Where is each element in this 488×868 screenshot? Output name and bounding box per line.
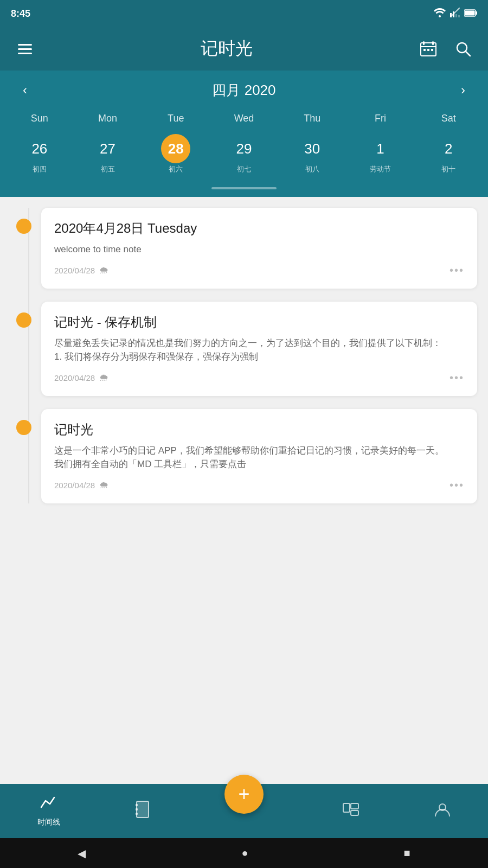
date-number-26: 26 — [25, 134, 54, 163]
svg-rect-4 — [458, 15, 460, 17]
scroll-indicator — [0, 187, 488, 197]
entry-date: 2020/04/28 — [54, 373, 95, 382]
battery-icon — [464, 8, 477, 20]
dow-mon: Mon — [74, 110, 142, 127]
nav-icons — [416, 37, 475, 61]
calendar-month-year: 四月 2020 — [212, 81, 275, 100]
svg-rect-20 — [136, 808, 138, 810]
svg-rect-3 — [455, 14, 457, 17]
entry-title: 记时光 - 保存机制 — [54, 314, 464, 331]
svg-rect-18 — [137, 801, 149, 818]
plus-icon: + — [238, 784, 249, 804]
dow-sun: Sun — [5, 110, 74, 127]
more-options-button[interactable]: ••• — [450, 264, 464, 277]
hamburger-icon — [18, 44, 32, 54]
svg-rect-8 — [465, 10, 475, 15]
entry-date: 2020/04/28 — [54, 266, 95, 275]
date-cell-26[interactable]: 26初四 — [5, 130, 74, 178]
recent-button[interactable]: ■ — [403, 847, 410, 859]
dow-wed: Wed — [210, 110, 278, 127]
date-number-29: 29 — [229, 134, 259, 163]
date-sublabel-26: 初四 — [33, 164, 47, 174]
date-number-27: 27 — [93, 134, 123, 163]
date-cell-1[interactable]: 1劳动节 — [346, 130, 415, 178]
date-sublabel-29: 初七 — [237, 164, 251, 174]
svg-rect-22 — [343, 803, 350, 812]
dates-row: 26初四27初五28初六29初七30初八1劳动节2初十 — [0, 127, 488, 187]
timeline-dot — [16, 312, 31, 328]
days-of-week-row: Sun Mon Tue Wed Thu Fri Sat — [0, 110, 488, 127]
weather-icon: 🌧 — [99, 480, 109, 491]
date-number-28: 28 — [161, 134, 190, 163]
more-options-button[interactable]: ••• — [450, 372, 464, 384]
entry-preview: welcome to time note — [54, 242, 464, 257]
entry-row: 记时光 - 保存机制尽量避免丢失记录的情况也是我们努力的方向之一，为了达到这个目… — [11, 302, 477, 396]
menu-button[interactable] — [13, 37, 37, 61]
date-cell-27[interactable]: 27初五 — [74, 130, 142, 178]
svg-rect-7 — [476, 11, 477, 15]
system-nav-bar: ◀ ● ■ — [0, 838, 488, 868]
next-month-button[interactable]: › — [454, 80, 472, 100]
nav-label-timeline: 时间线 — [37, 818, 60, 827]
date-cell-30[interactable]: 30初八 — [278, 130, 346, 178]
calendar-button[interactable] — [416, 37, 440, 61]
wifi-icon — [434, 8, 446, 20]
entry-meta: 2020/04/28🌧 — [54, 372, 109, 384]
date-sublabel-1: 劳动节 — [370, 164, 391, 174]
timeline-dot — [16, 420, 31, 435]
nav-item-notebook[interactable] — [136, 801, 150, 822]
svg-rect-10 — [423, 41, 425, 45]
entry-footer: 2020/04/28🌧••• — [54, 264, 464, 277]
timeline-dot — [16, 219, 31, 234]
entry-meta: 2020/04/28🌧 — [54, 265, 109, 276]
nav-item-themes[interactable] — [343, 801, 359, 821]
home-button[interactable]: ● — [241, 847, 248, 859]
entry-title: 2020年4月28日 Tuesday — [54, 220, 464, 237]
date-cell-2[interactable]: 2初十 — [414, 130, 483, 178]
nav-item-profile[interactable] — [434, 801, 451, 821]
svg-rect-15 — [431, 49, 433, 51]
svg-line-17 — [466, 52, 470, 56]
themes-icon — [343, 801, 359, 821]
dow-sat: Sat — [414, 110, 483, 127]
entry-card[interactable]: 2020年4月28日 Tuesdaywelcome to time note20… — [41, 208, 477, 289]
status-bar: 8:45 — [0, 0, 488, 27]
entry-title: 记时光 — [54, 421, 464, 438]
add-entry-fab[interactable]: + — [224, 775, 264, 814]
date-number-1: 1 — [365, 134, 395, 163]
timeline-container: 2020年4月28日 Tuesdaywelcome to time note20… — [0, 208, 488, 503]
status-icons — [434, 8, 477, 20]
svg-rect-21 — [136, 813, 138, 815]
date-sublabel-2: 初十 — [441, 164, 455, 174]
nav-item-timeline[interactable]: 时间线 — [37, 795, 60, 827]
calendar-section: ‹ 四月 2020 › Sun Mon Tue Wed Thu Fri Sat … — [0, 71, 488, 197]
entry-preview: 这是一个非常小巧的日记 APP，我们希望能够帮助你们重拾记日记的习惯，记录美好的… — [54, 444, 464, 471]
date-cell-28[interactable]: 28初六 — [142, 130, 210, 178]
status-time: 8:45 — [11, 8, 30, 20]
dow-tue: Tue — [142, 110, 210, 127]
date-number-2: 2 — [434, 134, 463, 163]
svg-rect-24 — [351, 810, 358, 815]
main-content: 2020年4月28日 Tuesdaywelcome to time note20… — [0, 197, 488, 685]
scroll-bar — [211, 187, 277, 189]
entry-footer: 2020/04/28🌧••• — [54, 479, 464, 492]
svg-rect-14 — [427, 49, 429, 51]
entry-card[interactable]: 记时光 这是一个非常小巧的日记 APP，我们希望能够帮助你们重拾记日记的习惯，记… — [41, 409, 477, 503]
notebook-icon — [136, 801, 150, 822]
search-button[interactable] — [451, 37, 475, 61]
svg-point-0 — [439, 15, 441, 17]
app-title: 记时光 — [201, 37, 253, 61]
signal-icon — [450, 8, 460, 20]
date-number-30: 30 — [298, 134, 327, 163]
prev-month-button[interactable]: ‹ — [16, 80, 34, 100]
timeline-icon — [40, 795, 57, 814]
entry-card[interactable]: 记时光 - 保存机制尽量避免丢失记录的情况也是我们努力的方向之一，为了达到这个目… — [41, 302, 477, 396]
more-options-button[interactable]: ••• — [450, 479, 464, 492]
date-sublabel-28: 初六 — [169, 164, 183, 174]
back-button[interactable]: ◀ — [78, 847, 86, 860]
profile-icon — [434, 801, 451, 821]
date-cell-29[interactable]: 29初七 — [210, 130, 278, 178]
dow-fri: Fri — [346, 110, 415, 127]
weather-icon: 🌧 — [99, 265, 109, 276]
top-nav: 记时光 — [0, 27, 488, 71]
